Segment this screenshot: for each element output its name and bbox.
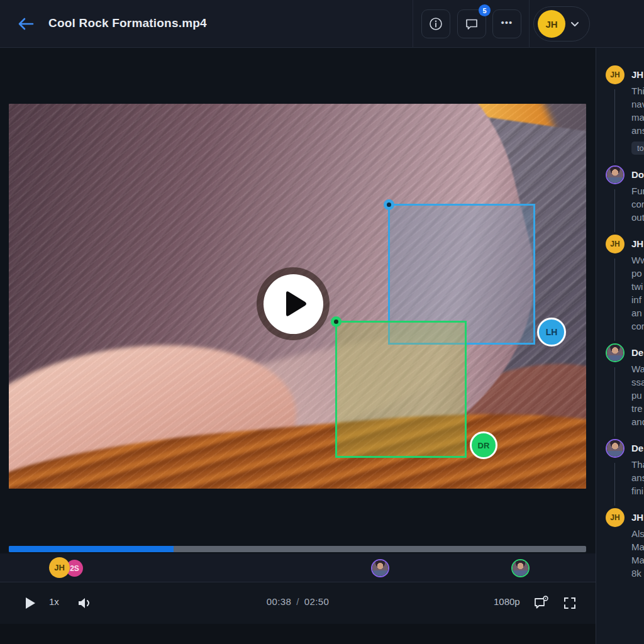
comment-text: Tha xyxy=(631,458,644,471)
comment-text: 8k xyxy=(631,567,644,580)
control-bar: 1x 00:38 / 02:50 1080p xyxy=(0,582,596,624)
annotation-rectangle-green[interactable] xyxy=(335,321,467,458)
avatar xyxy=(606,165,625,184)
play-overlay-circle xyxy=(264,274,323,334)
comments-count-badge: 5 xyxy=(479,4,491,16)
control-bar-footer xyxy=(0,624,596,644)
comment-item[interactable]: JH JH Als Ma Ma 8k xyxy=(606,508,644,580)
timeline-marker-jh[interactable]: JH xyxy=(49,557,70,578)
comment-text: Wa xyxy=(631,362,644,375)
user-avatar: JH xyxy=(538,10,565,38)
seek-bar[interactable] xyxy=(9,546,586,552)
timeline-marker-photo[interactable] xyxy=(511,559,530,577)
duration: 02:50 xyxy=(304,596,330,607)
comment-text: out xyxy=(631,211,644,224)
fullscreen-icon xyxy=(563,596,577,610)
comment-text: ans xyxy=(631,471,644,484)
comment-text: twi xyxy=(631,280,644,293)
comment-text: cor xyxy=(631,197,644,211)
info-icon xyxy=(429,17,443,31)
comment-text: inf xyxy=(631,293,644,306)
file-title: Cool Rock Formations.mp4 xyxy=(48,16,207,30)
comment-text: Fur xyxy=(631,184,644,197)
timeline-marker-photo[interactable] xyxy=(371,559,389,577)
comment-text: tre xyxy=(631,402,644,415)
comment-author: De xyxy=(631,439,644,458)
comment-gear-icon xyxy=(533,596,550,611)
timeline-marker-strip: JH 2S xyxy=(0,553,596,582)
user-menu[interactable]: JH xyxy=(533,6,590,42)
info-button[interactable] xyxy=(421,9,450,38)
time-separator: / xyxy=(296,596,299,607)
comment-pin-lh[interactable]: LH xyxy=(537,318,566,347)
comment-author: JH xyxy=(631,235,644,253)
more-dots-icon: ••• xyxy=(501,18,513,31)
avatar-photo xyxy=(607,167,623,183)
comment-text: Ww xyxy=(631,253,644,267)
comment-text: po xyxy=(631,267,644,280)
avatar xyxy=(606,439,625,458)
back-arrow-icon xyxy=(19,19,33,29)
play-overlay-button[interactable] xyxy=(257,267,330,340)
comment-item[interactable]: De Wa ssa pu tre and xyxy=(606,343,644,428)
fullscreen-button[interactable] xyxy=(561,595,579,611)
quality-button[interactable]: 1080p xyxy=(494,596,520,607)
comment-author: JH xyxy=(631,508,644,527)
comment-text: Ma xyxy=(631,553,644,567)
chevron-down-icon xyxy=(570,21,579,27)
comment-author: De xyxy=(631,343,644,362)
comment-bubble-icon xyxy=(465,17,479,31)
comment-list: JH JH Thi nav ma ans to Do Fur cor out J… xyxy=(596,48,644,580)
avatar-photo xyxy=(607,345,623,361)
topbar-divider xyxy=(413,0,413,48)
comment-item[interactable]: JH JH Thi nav ma ans to xyxy=(606,65,644,155)
comment-text: Als xyxy=(631,527,644,540)
seek-bar-progress xyxy=(9,546,174,552)
comment-text: pu xyxy=(631,389,644,402)
comment-pin-dr[interactable]: DR xyxy=(470,431,497,459)
avatar: JH xyxy=(606,235,625,253)
comment-author: JH xyxy=(631,65,644,84)
comment-text: nav xyxy=(631,97,644,111)
comment-text: and xyxy=(631,415,644,428)
current-time: 00:38 xyxy=(267,596,292,607)
topbar-divider xyxy=(529,0,530,48)
play-icon xyxy=(282,289,309,318)
comment-text: Ma xyxy=(631,540,644,553)
comment-item[interactable]: Do Fur cor out xyxy=(606,165,644,224)
top-bar: Cool Rock Formations.mp4 5 ••• JH xyxy=(0,0,644,48)
comment-text: ma xyxy=(631,111,644,124)
avatar: JH xyxy=(606,508,625,527)
avatar xyxy=(372,560,388,576)
annotation-handle[interactable] xyxy=(331,316,341,327)
comment-text: cor xyxy=(631,319,644,333)
more-options-button[interactable]: ••• xyxy=(492,9,521,38)
comments-sidebar: JH JH Thi nav ma ans to Do Fur cor out J… xyxy=(596,48,644,644)
comment-text: an xyxy=(631,306,644,319)
back-button[interactable] xyxy=(15,14,36,34)
avatar xyxy=(513,560,528,576)
annotation-handle[interactable] xyxy=(384,199,394,210)
player-stage: LH DR JH 2S 1x xyxy=(0,48,596,644)
avatar-photo xyxy=(607,440,623,457)
avatar: JH xyxy=(606,65,625,84)
comment-item[interactable]: JH JH Ww po twi inf an cor xyxy=(606,235,644,333)
avatar xyxy=(606,343,625,362)
comment-text: ans xyxy=(631,124,644,137)
comment-author: Do xyxy=(631,165,644,184)
comment-text: Thi xyxy=(631,84,644,97)
video-frame[interactable]: LH DR xyxy=(9,104,586,489)
comment-item[interactable]: De Tha ans fini xyxy=(606,439,644,497)
comment-text: ssa xyxy=(631,375,644,389)
comments-button[interactable]: 5 xyxy=(457,9,486,38)
comment-settings-button[interactable] xyxy=(532,594,551,612)
comment-tag-chip[interactable]: to xyxy=(631,142,644,155)
comment-text: fini xyxy=(631,484,644,497)
